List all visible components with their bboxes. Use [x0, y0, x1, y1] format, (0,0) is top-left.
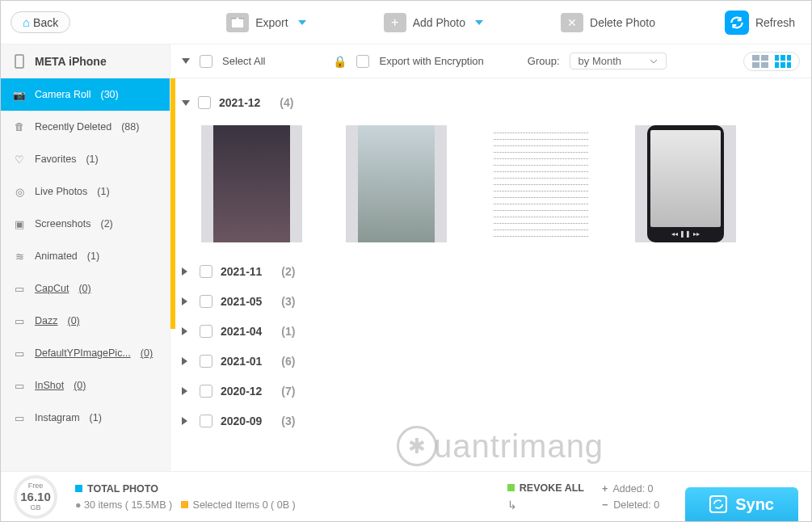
group-checkbox[interactable]: [200, 385, 212, 398]
scroll-indicator: [170, 78, 175, 329]
add-photo-button[interactable]: + Add Photo: [377, 10, 490, 36]
screenshot-icon: ▣: [12, 217, 27, 231]
camera-icon: 📷: [12, 87, 27, 102]
grid-large-view-button[interactable]: [752, 55, 768, 68]
total-items: 30 items ( 15.5MB ): [84, 499, 172, 511]
sidebar-item-animated[interactable]: ≋Animated (1): [1, 240, 170, 272]
sidebar-item-camera-roll[interactable]: 📷Camera Roll (30): [1, 78, 170, 111]
storage-value: 16.10: [20, 490, 51, 503]
sidebar-item-favorites[interactable]: ♡Favorites (1): [1, 143, 170, 175]
content-area[interactable]: 2021-12 (4)◂◂ ❚❚ ▸▸2021-11 (2)2021-05 (3…: [170, 78, 811, 471]
group-checkbox[interactable]: [198, 96, 211, 109]
delete-photo-button[interactable]: ✕ Delete Photo: [554, 10, 662, 36]
refresh-button[interactable]: Refresh: [718, 7, 801, 38]
select-all-label: Select All: [222, 55, 265, 67]
legend-total-icon: [75, 485, 82, 492]
group-checkbox[interactable]: [200, 295, 212, 308]
sidebar-item-label: Animated: [35, 250, 78, 262]
add-photo-label: Add Photo: [413, 16, 465, 29]
photo-thumbnail[interactable]: [346, 125, 447, 242]
sidebar-item-live-photos[interactable]: ◎Live Photos (1): [1, 175, 170, 208]
sidebar-item-count: (1): [87, 250, 99, 262]
group-label: 2020-09: [221, 415, 262, 427]
group-header-2021-12[interactable]: 2021-12 (4): [182, 89, 800, 116]
album-icon: ▭: [12, 346, 27, 360]
back-button[interactable]: ⌂ Back: [11, 11, 70, 33]
group-header-2021-01[interactable]: 2021-01 (6): [182, 347, 800, 375]
group-count: (7): [281, 385, 295, 398]
sidebar-item-label: CapCut: [35, 283, 69, 294]
export-icon: [226, 13, 249, 32]
sidebar-item-screenshots[interactable]: ▣Screenshots (2): [1, 208, 170, 240]
added-count: Added: 0: [613, 483, 654, 495]
group-header-2021-11[interactable]: 2021-11 (2): [182, 258, 800, 285]
photo-thumbnail[interactable]: [490, 125, 591, 242]
encryption-checkbox[interactable]: [356, 55, 369, 68]
total-photo-block: TOTAL PHOTO ● 30 items ( 15.5MB ) Select…: [75, 483, 296, 511]
export-button[interactable]: Export: [220, 10, 312, 36]
animated-icon: ≋: [12, 249, 27, 263]
top-toolbar: ⌂ Back Export + Add Photo ✕ Delete Photo…: [1, 1, 811, 44]
chevron-down-icon: [182, 100, 190, 106]
sidebar-item-dazz[interactable]: ▭Dazz (0): [1, 305, 170, 337]
group-count: (3): [281, 415, 295, 427]
storage-indicator: Free 16.10 GB: [14, 475, 57, 519]
album-icon: ▭: [12, 281, 27, 296]
group-checkbox[interactable]: [200, 355, 212, 368]
sidebar-item-label: Recently Deleted: [35, 121, 111, 133]
sidebar-item-inshot[interactable]: ▭InShot (0): [1, 369, 170, 402]
sidebar-item-count: (2): [100, 218, 112, 229]
main-header: Select All 🔒 Export with Encryption Grou…: [170, 44, 811, 78]
group-label: 2021-04: [221, 325, 262, 338]
group-label: Group:: [528, 55, 560, 67]
group-count: (4): [280, 96, 293, 109]
sidebar-item-instagram[interactable]: ▭Instagram (1): [1, 402, 170, 434]
photo-thumbnail[interactable]: [201, 125, 302, 242]
sidebar-item-recently-deleted[interactable]: 🗑Recently Deleted (88): [1, 111, 170, 143]
lock-icon: 🔒: [333, 55, 347, 68]
group-label: 2021-12: [219, 96, 260, 109]
group-header-2021-04[interactable]: 2021-04 (1): [182, 318, 800, 345]
export-label: Export: [255, 16, 288, 29]
album-icon: ▭: [12, 378, 27, 393]
grid-small-view-button[interactable]: [775, 55, 791, 68]
sidebar-item-defaultypimagepic-[interactable]: ▭DefaultYPImagePic... (0): [1, 337, 170, 369]
collapse-all-icon[interactable]: [182, 58, 190, 64]
chevron-down-icon: [298, 20, 306, 25]
group-value: by Month: [578, 55, 621, 67]
group-select[interactable]: by Month: [570, 53, 667, 69]
sidebar-item-count: (88): [121, 121, 139, 133]
revoke-block: REVOKE ALL ↳: [507, 482, 584, 511]
group-checkbox[interactable]: [200, 265, 212, 278]
sidebar: META iPhone 📷Camera Roll (30)🗑Recently D…: [1, 44, 170, 471]
group-header-2021-05[interactable]: 2021-05 (3): [182, 288, 800, 315]
sidebar-item-label: Live Photos: [35, 186, 87, 197]
chevron-right-icon: [182, 387, 191, 395]
main-panel: Select All 🔒 Export with Encryption Grou…: [170, 44, 811, 471]
select-all-checkbox[interactable]: [200, 55, 212, 68]
sidebar-item-count: (30): [100, 89, 118, 100]
group-label: 2021-01: [221, 355, 262, 368]
sidebar-item-label: Camera Roll: [35, 89, 90, 100]
revoke-label[interactable]: REVOKE ALL: [520, 482, 584, 494]
add-photo-icon: +: [384, 13, 406, 32]
sync-button[interactable]: Sync: [685, 487, 798, 521]
group-header-2020-12[interactable]: 2020-12 (7): [182, 377, 800, 405]
photo-thumbnail[interactable]: ◂◂ ❚❚ ▸▸: [635, 125, 736, 242]
delete-photo-label: Delete Photo: [590, 16, 655, 29]
back-label: Back: [33, 16, 58, 29]
group-count: (3): [281, 295, 295, 308]
selected-items: Selected Items 0 ( 0B ): [193, 499, 296, 511]
storage-unit: GB: [30, 503, 40, 511]
group-header-2020-09[interactable]: 2020-09 (3): [182, 407, 800, 435]
sidebar-item-count: (0): [67, 315, 79, 326]
group-checkbox[interactable]: [200, 325, 212, 338]
encryption-label: Export with Encryption: [379, 55, 483, 67]
chevron-right-icon: [182, 267, 191, 276]
sidebar-item-capcut[interactable]: ▭CapCut (0): [1, 272, 170, 305]
group-checkbox[interactable]: [200, 415, 212, 427]
sidebar-item-label: Screenshots: [35, 218, 90, 229]
sidebar-item-count: (0): [74, 380, 86, 391]
svg-rect-1: [15, 55, 23, 68]
sidebar-item-count: (0): [141, 347, 153, 359]
